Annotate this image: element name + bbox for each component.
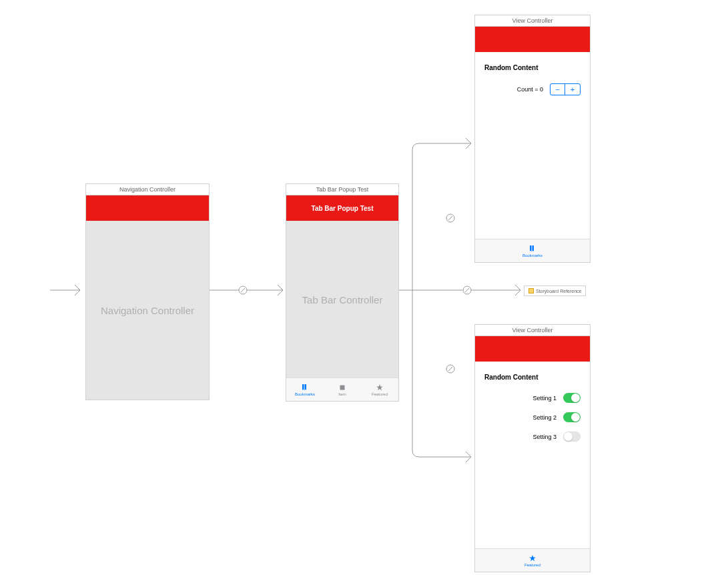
svg-line-12 xyxy=(465,288,469,292)
navbar-title: Tab Bar Popup Test xyxy=(312,205,374,212)
navbar: Tab Bar Popup Test xyxy=(286,195,398,221)
count-row: Count = 0 − + xyxy=(484,83,581,95)
setting-2-switch[interactable] xyxy=(563,412,581,422)
navbar xyxy=(475,27,590,52)
tab-featured[interactable]: Featured xyxy=(475,549,590,572)
setting-3-switch[interactable] xyxy=(563,432,581,442)
star-icon xyxy=(528,554,537,562)
tab-label: Item xyxy=(338,392,346,396)
count-stepper[interactable]: − + xyxy=(550,83,581,95)
bookmarks-icon xyxy=(300,384,310,392)
stepper-plus[interactable]: + xyxy=(565,84,580,95)
tab-featured[interactable]: Featured xyxy=(361,378,398,401)
bookmarks-icon xyxy=(528,245,537,253)
tab-bar: Featured xyxy=(475,548,590,572)
placeholder-label: Tab Bar Controller xyxy=(286,294,398,305)
svg-line-15 xyxy=(448,367,452,371)
setting-label: Setting 3 xyxy=(532,434,557,440)
svg-point-7 xyxy=(446,214,454,222)
scene-title: Tab Bar Popup Test xyxy=(286,184,398,195)
svg-point-14 xyxy=(446,365,454,373)
section-header: Random Content xyxy=(484,64,581,71)
setting-row-1: Setting 1 xyxy=(484,393,581,403)
setting-label: Setting 1 xyxy=(532,395,557,402)
setting-row-3: Setting 3 xyxy=(484,432,581,442)
setting-label: Setting 2 xyxy=(532,414,557,421)
scene-tab-bar-controller[interactable]: Tab Bar Popup Test Tab Bar Popup Test Ta… xyxy=(286,183,399,402)
tab-item[interactable]: Item xyxy=(324,378,361,401)
scene-title: View Controller xyxy=(475,15,590,27)
count-label: Count = 0 xyxy=(517,86,543,93)
tab-bar: Bookmarks xyxy=(475,239,590,262)
svg-point-11 xyxy=(463,286,471,294)
scene-title: Navigation Controller xyxy=(86,184,209,195)
svg-rect-5 xyxy=(340,385,345,390)
tab-label: Featured xyxy=(524,563,540,567)
tab-label: Bookmarks xyxy=(295,392,315,396)
section-header: Random Content xyxy=(484,374,581,381)
scene-navigation-controller[interactable]: Navigation Controller Navigation Control… xyxy=(85,183,210,400)
storyboard-reference-label: Storyboard Reference xyxy=(536,289,581,294)
storyboard-reference[interactable]: Storyboard Reference xyxy=(524,285,586,296)
svg-line-8 xyxy=(448,216,452,220)
tab-label: Featured xyxy=(372,392,388,396)
placeholder-label: Navigation Controller xyxy=(86,305,209,316)
tab-label: Bookmarks xyxy=(522,253,542,257)
svg-line-3 xyxy=(241,288,245,292)
setting-1-switch[interactable] xyxy=(563,393,581,403)
svg-point-2 xyxy=(239,286,247,294)
stepper-minus[interactable]: − xyxy=(551,84,565,95)
navbar xyxy=(86,195,209,221)
square-icon xyxy=(338,384,347,392)
storyboard-icon xyxy=(528,288,534,294)
tab-bookmarks[interactable]: Bookmarks xyxy=(475,239,590,262)
tab-bookmarks[interactable]: Bookmarks xyxy=(286,378,324,401)
scene-view-controller-top[interactable]: View Controller Random Content Count = 0… xyxy=(474,15,591,263)
scene-title: View Controller xyxy=(475,325,590,336)
scene-view-controller-bottom[interactable]: View Controller Random Content Setting 1… xyxy=(474,324,591,572)
setting-row-2: Setting 2 xyxy=(484,412,581,422)
star-icon xyxy=(375,384,384,392)
navbar xyxy=(475,336,590,362)
tab-bar: Bookmarks Item Featured xyxy=(286,378,398,401)
